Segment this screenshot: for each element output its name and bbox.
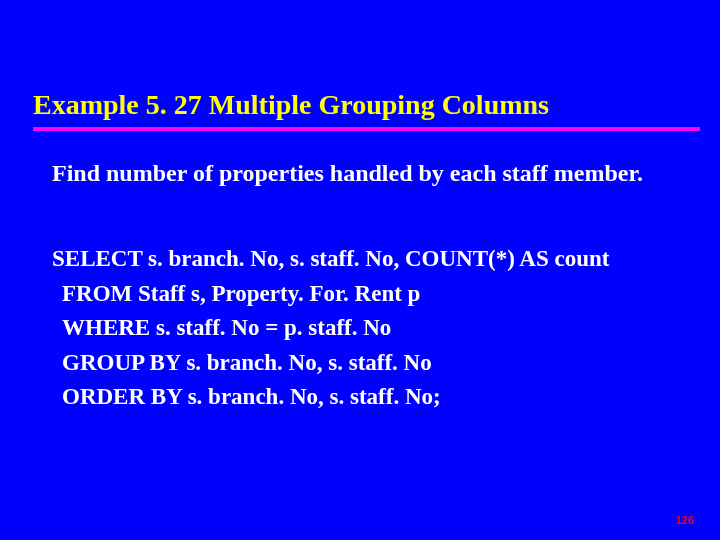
sql-orderby: ORDER BY s. branch. No, s. staff. No; [52,380,660,415]
title-underline [33,127,700,131]
sql-groupby: GROUP BY s. branch. No, s. staff. No [52,346,660,381]
sql-where: WHERE s. staff. No = p. staff. No [52,311,660,346]
slide-title: Example 5. 27 Multiple Grouping Columns [33,88,680,122]
sql-select: SELECT s. branch. No, s. staff. No, COUN… [52,242,660,277]
sql-query: SELECT s. branch. No, s. staff. No, COUN… [52,242,660,415]
sql-from: FROM Staff s, Property. For. Rent p [52,277,660,312]
body-block: Find number of properties handled by eac… [52,158,660,415]
problem-statement: Find number of properties handled by eac… [52,158,660,188]
title-block: Example 5. 27 Multiple Grouping Columns [33,88,680,122]
page-number: 126 [676,514,694,526]
slide: Example 5. 27 Multiple Grouping Columns … [0,0,720,540]
